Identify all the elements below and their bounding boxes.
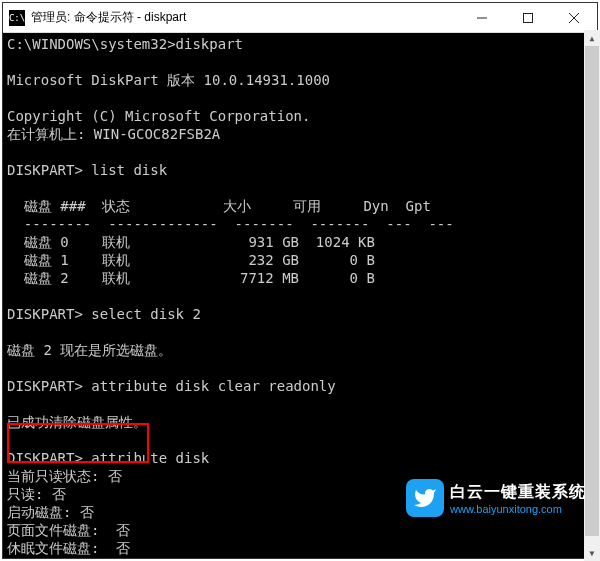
- cmd-icon: C:\: [9, 10, 25, 26]
- terminal-line: 页面文件磁盘: 否: [7, 522, 130, 538]
- scroll-down-arrow-icon[interactable]: ▼: [584, 545, 600, 561]
- minimize-icon: [477, 13, 487, 23]
- maximize-button[interactable]: [505, 3, 551, 32]
- scroll-up-arrow-icon[interactable]: ▲: [584, 30, 600, 46]
- minimize-button[interactable]: [459, 3, 505, 32]
- maximize-icon: [523, 13, 533, 23]
- watermark-bird-icon: [406, 479, 444, 517]
- terminal-line: 磁盘 2 现在是所选磁盘。: [7, 342, 172, 358]
- close-icon: [569, 13, 579, 23]
- terminal-line: 当前只读状态: 否: [7, 468, 122, 484]
- watermark-url: www.baiyunxitong.com: [450, 503, 586, 515]
- watermark-title: 白云一键重装系统: [450, 482, 586, 503]
- terminal-line: 磁盘 2 联机 7712 MB 0 B: [7, 270, 375, 286]
- titlebar[interactable]: C:\ 管理员: 命令提示符 - diskpart: [3, 3, 597, 33]
- watermark-text: 白云一键重装系统 www.baiyunxitong.com: [450, 482, 586, 515]
- terminal-line: 磁盘 ### 状态 大小 可用 Dyn Gpt: [7, 198, 431, 214]
- terminal-line: 休眠文件磁盘: 否: [7, 540, 130, 556]
- window-title: 管理员: 命令提示符 - diskpart: [31, 9, 459, 26]
- terminal-line: DISKPART> attribute disk clear readonly: [7, 378, 336, 394]
- terminal-line: 磁盘 1 联机 232 GB 0 B: [7, 252, 375, 268]
- terminal-line: 在计算机上: WIN-GCOC82FSB2A: [7, 126, 220, 142]
- terminal-line: 已成功清除磁盘属性。: [7, 414, 147, 430]
- terminal-line: 启动磁盘: 否: [7, 504, 94, 520]
- window-controls: [459, 3, 597, 32]
- watermark: 白云一键重装系统 www.baiyunxitong.com: [406, 479, 586, 517]
- vertical-scrollbar[interactable]: ▲ ▼: [584, 30, 600, 561]
- terminal-line: C:\WINDOWS\system32>diskpart: [7, 36, 243, 52]
- command-prompt-window: C:\ 管理员: 命令提示符 - diskpart C:\WINDOWS\sys…: [2, 2, 598, 559]
- terminal-line: DISKPART> select disk 2: [7, 306, 201, 322]
- scroll-thumb[interactable]: [585, 46, 599, 536]
- svg-rect-1: [524, 13, 533, 22]
- terminal-line: 只读: 否: [7, 486, 66, 502]
- terminal-line: -------- ------------- ------- ------- -…: [7, 216, 454, 232]
- terminal-line: 磁盘 0 联机 931 GB 1024 KB: [7, 234, 375, 250]
- terminal-line: DISKPART> attribute disk: [7, 450, 209, 466]
- terminal-line: DISKPART> list disk: [7, 162, 167, 178]
- close-button[interactable]: [551, 3, 597, 32]
- terminal-line: Copyright (C) Microsoft Corporation.: [7, 108, 310, 124]
- terminal-line: Microsoft DiskPart 版本 10.0.14931.1000: [7, 72, 330, 88]
